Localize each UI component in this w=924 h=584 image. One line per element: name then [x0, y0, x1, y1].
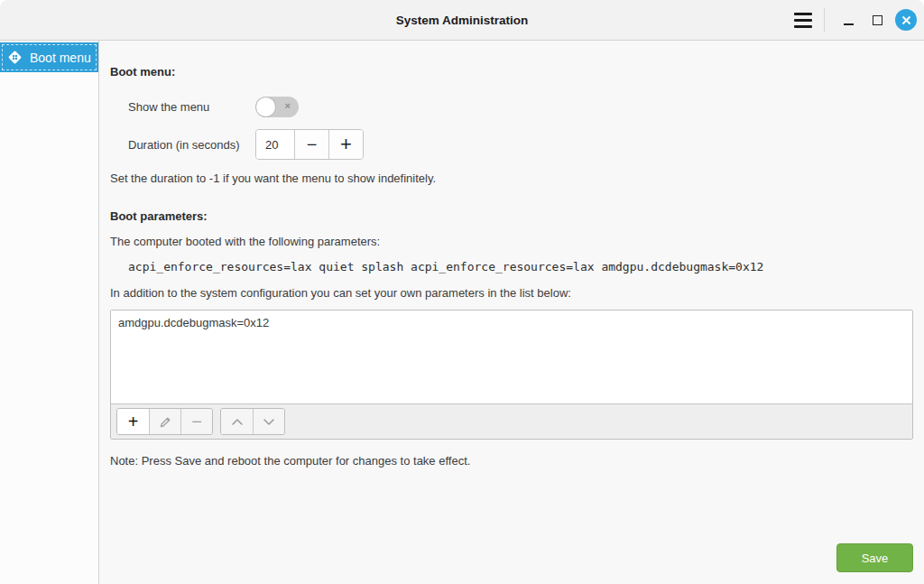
sidebar-item-label: Boot menu — [30, 51, 91, 65]
params-list[interactable]: amdgpu.dcdebugmask=0x12 — [111, 311, 912, 403]
spacer — [110, 468, 913, 543]
show-menu-toggle[interactable]: × — [255, 97, 299, 117]
move-down-button[interactable] — [253, 409, 284, 434]
duration-label: Duration (in seconds) — [128, 138, 255, 152]
window-body: Boot menu Boot menu: Show the menu × Dur… — [0, 41, 924, 584]
duration-spinbutton: − + — [255, 129, 364, 160]
titlebar: System Administration — [0, 0, 924, 41]
duration-decrease-button[interactable]: − — [294, 130, 328, 159]
titlebar-controls — [788, 5, 924, 34]
sidebar: Boot menu — [0, 41, 99, 584]
window-title: System Administration — [0, 14, 924, 27]
reboot-note: Note: Press Save and reboot the computer… — [110, 454, 913, 468]
minimize-button[interactable] — [834, 5, 863, 34]
params-list-widget: amdgpu.dcdebugmask=0x12 + — [110, 310, 913, 440]
sidebar-item-boot-menu[interactable]: Boot menu — [0, 42, 98, 72]
save-row: Save — [110, 543, 913, 584]
toggle-off-glyph: × — [285, 101, 291, 111]
boot-parameters-heading: Boot parameters: — [110, 209, 913, 223]
chevron-down-icon — [263, 418, 275, 426]
boot-menu-heading: Boot menu: — [110, 65, 913, 79]
booted-with-label: The computer booted with the following p… — [110, 235, 913, 248]
main-content: Boot menu: Show the menu × Duration (in … — [99, 41, 924, 584]
minus-icon: − — [191, 413, 202, 431]
chevron-up-icon — [231, 418, 244, 426]
duration-row: Duration (in seconds) − + — [128, 129, 913, 160]
maximize-button[interactable] — [863, 5, 892, 34]
show-menu-row: Show the menu × — [128, 91, 913, 122]
duration-hint: Set the duration to -1 if you want the m… — [110, 171, 913, 185]
close-icon — [901, 15, 911, 25]
params-toolbar: + − — [111, 403, 912, 439]
list-item[interactable]: amdgpu.dcdebugmask=0x12 — [111, 311, 912, 329]
own-params-label: In addition to the system configuration … — [110, 286, 913, 300]
system-administration-window: System Administration — [0, 0, 924, 584]
duration-increase-button[interactable]: + — [328, 130, 363, 159]
save-button[interactable]: Save — [836, 543, 913, 572]
titlebar-separator — [824, 8, 825, 32]
close-button[interactable] — [895, 9, 917, 31]
booted-params-value: acpi_enforce_resources=lax quiet splash … — [128, 260, 913, 273]
hamburger-menu-icon[interactable] — [788, 6, 818, 33]
plus-icon: + — [128, 413, 139, 431]
show-menu-label: Show the menu — [128, 100, 255, 114]
move-button-group — [220, 408, 285, 435]
move-up-button[interactable] — [221, 409, 253, 434]
minimize-icon — [844, 23, 854, 25]
edit-param-button[interactable] — [149, 409, 180, 434]
remove-param-button[interactable]: − — [180, 409, 212, 434]
pencil-icon — [159, 415, 172, 429]
maximize-icon — [873, 15, 882, 25]
toggle-knob — [256, 97, 275, 116]
edit-button-group: + − — [116, 408, 213, 435]
boot-diamond-icon — [7, 50, 23, 65]
add-param-button[interactable]: + — [117, 409, 149, 434]
duration-input[interactable] — [256, 130, 294, 159]
